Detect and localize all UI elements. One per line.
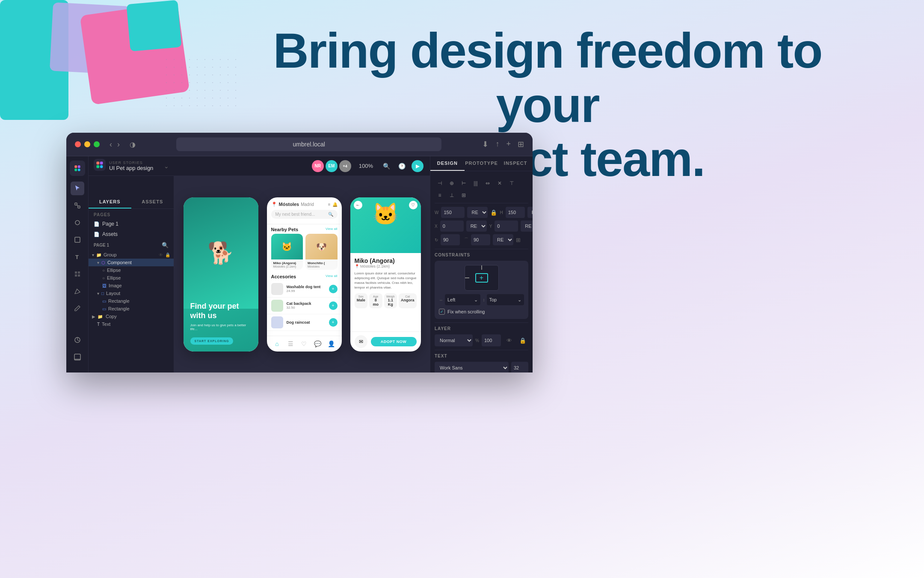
font-size-input[interactable] (511, 362, 528, 372)
favorite-btn[interactable]: ♡ (409, 201, 418, 209)
address-bar[interactable]: umbrel.local (176, 137, 441, 151)
blend-mode-select[interactable]: Normal (435, 334, 473, 346)
align-left-icon[interactable]: ⊣ (435, 178, 445, 188)
new-tab-icon[interactable]: + (506, 140, 511, 149)
h-constraint-select[interactable]: Left ⌄ (445, 294, 480, 305)
add-to-cart-1[interactable]: + (329, 285, 338, 293)
download-icon[interactable]: ⬇ (482, 140, 489, 149)
text-tool[interactable]: T (71, 250, 84, 264)
shape-tool[interactable] (71, 216, 84, 229)
traffic-light-red[interactable] (75, 141, 81, 147)
deco-teal-small (126, 0, 181, 51)
layout-layer[interactable]: ▾ □ Layout (89, 289, 174, 297)
nav-heart[interactable]: ♡ (300, 340, 308, 348)
h-input[interactable] (506, 207, 525, 218)
copy-layer[interactable]: ▶ 📁 Copy (89, 313, 174, 320)
x-input[interactable] (440, 220, 464, 232)
distribute-icon[interactable]: ||| (471, 178, 481, 188)
community-icon[interactable] (71, 333, 84, 347)
corner-input[interactable] (471, 234, 490, 245)
font-family-select[interactable]: Work Sans (435, 362, 509, 372)
fix-scroll-checkbox[interactable]: ✓ (439, 309, 445, 315)
text-layer[interactable]: T Text (89, 320, 174, 328)
corner-unit[interactable]: REM (493, 234, 513, 245)
align-right-icon[interactable]: ⊢ (459, 178, 469, 188)
prototype-tab[interactable]: PROTOTYPE (465, 156, 499, 171)
opacity-input[interactable] (482, 334, 501, 346)
nav-profile[interactable]: 👤 (327, 340, 336, 348)
w-unit-select[interactable]: REM (467, 207, 488, 218)
nav-home[interactable]: ⌂ (272, 340, 281, 348)
screen-1-cta[interactable]: START EXPLORING (190, 337, 234, 345)
tabs-icon[interactable]: ⊞ (518, 140, 524, 149)
pen-tool[interactable] (71, 284, 84, 298)
theme-toggle-icon[interactable]: ◑ (130, 140, 136, 149)
page-1-item[interactable]: 📄 Page 1 (89, 219, 174, 229)
group-layer[interactable]: ▾ 📁 Group 👁 🔒 (89, 251, 174, 259)
scale-tool[interactable] (71, 199, 84, 212)
filter-icon[interactable]: ≡ (328, 202, 331, 207)
rotation-input[interactable] (441, 234, 460, 245)
lock-layer-btn[interactable]: 🔒 (517, 335, 528, 346)
chevron-down-icon[interactable]: ⌄ (164, 163, 169, 170)
nav-list[interactable]: ☰ (286, 340, 295, 348)
add-to-cart-3[interactable]: + (329, 318, 338, 327)
assets-page-item[interactable]: 📄 Assets (89, 229, 174, 239)
screen-1-overlay: Find your pet with us Join and help us t… (184, 295, 258, 351)
w-input[interactable] (441, 207, 465, 218)
pencil-tool[interactable] (71, 301, 84, 315)
add-to-cart-2[interactable]: + (329, 301, 338, 310)
traffic-light-green[interactable] (94, 141, 100, 147)
lock-aspect-icon[interactable]: 🔒 (490, 209, 497, 216)
grid-tool[interactable] (71, 267, 84, 281)
help-icon[interactable] (71, 350, 84, 364)
expand-corners-icon[interactable]: ⊞ (516, 237, 521, 243)
align-top-icon[interactable]: ⊤ (506, 178, 517, 188)
back-button[interactable]: ‹ (110, 140, 112, 149)
design-tab[interactable]: DESIGN (430, 156, 465, 171)
bell-icon[interactable]: 🔔 (332, 202, 338, 207)
share-icon[interactable]: ↑ (495, 140, 499, 149)
ellipse-1-layer[interactable]: ○ Ellipse (89, 266, 174, 274)
eye-icon[interactable]: 👁 (159, 253, 163, 257)
view-all-nearby[interactable]: View all (326, 227, 337, 231)
nav-chat[interactable]: 💬 (314, 340, 322, 348)
resize-icon[interactable]: ⊞ (459, 190, 469, 200)
forward-button[interactable]: › (117, 140, 120, 149)
tab-assets[interactable]: ASSETS (131, 196, 174, 209)
align-middle-icon[interactable]: ≡ (435, 190, 445, 200)
lock-icon[interactable]: 🔒 (165, 253, 170, 257)
y-unit-select[interactable]: REM (521, 220, 533, 232)
v-constraint-select[interactable]: Top ⌄ (487, 294, 524, 305)
component-layer[interactable]: ▾ ⬡ Component (89, 259, 174, 266)
message-btn[interactable]: ✉ (355, 335, 367, 348)
rect-tool[interactable] (71, 233, 84, 247)
delete-icon[interactable]: ✕ (495, 178, 505, 188)
adopt-btn[interactable]: ADOPT NOW (371, 337, 417, 346)
image-layer[interactable]: 🖼 Image (89, 282, 174, 289)
search-icon[interactable]: 🔍 (162, 242, 169, 248)
zoom-level[interactable]: 100% (359, 163, 373, 169)
ellipse-2-layer[interactable]: ○ Ellipse (89, 274, 174, 282)
h-unit-select[interactable]: REM (527, 207, 533, 218)
history-icon[interactable]: 🕐 (396, 161, 407, 172)
visibility-toggle[interactable]: 👁 (503, 335, 515, 346)
acc-item-2: Cat backpack 32.50 + (267, 298, 342, 314)
cursor-tool[interactable] (71, 182, 84, 195)
traffic-light-yellow[interactable] (84, 141, 90, 147)
w-label: W (435, 210, 438, 215)
flip-h-icon[interactable]: ⇔ (483, 178, 493, 188)
view-all-acc[interactable]: View all (326, 274, 337, 278)
rect-2-layer[interactable]: ▭ Rectangle (89, 305, 174, 313)
x-unit-select[interactable]: REM (466, 220, 487, 232)
y-input[interactable] (495, 220, 518, 232)
search-canvas-icon[interactable]: 🔍 (381, 161, 392, 172)
back-btn[interactable]: ← (354, 201, 362, 209)
search-bar[interactable]: My next best friend... 🔍 (271, 210, 338, 219)
align-bottom-icon[interactable]: ⊥ (447, 190, 457, 200)
align-center-h-icon[interactable]: ⊕ (447, 178, 457, 188)
tab-layers[interactable]: LAYERS (89, 196, 131, 209)
inspect-tab[interactable]: INSPECT (498, 156, 533, 171)
play-button[interactable]: ▶ (412, 160, 424, 172)
rect-1-layer[interactable]: ▭ Rectangle (89, 297, 174, 305)
